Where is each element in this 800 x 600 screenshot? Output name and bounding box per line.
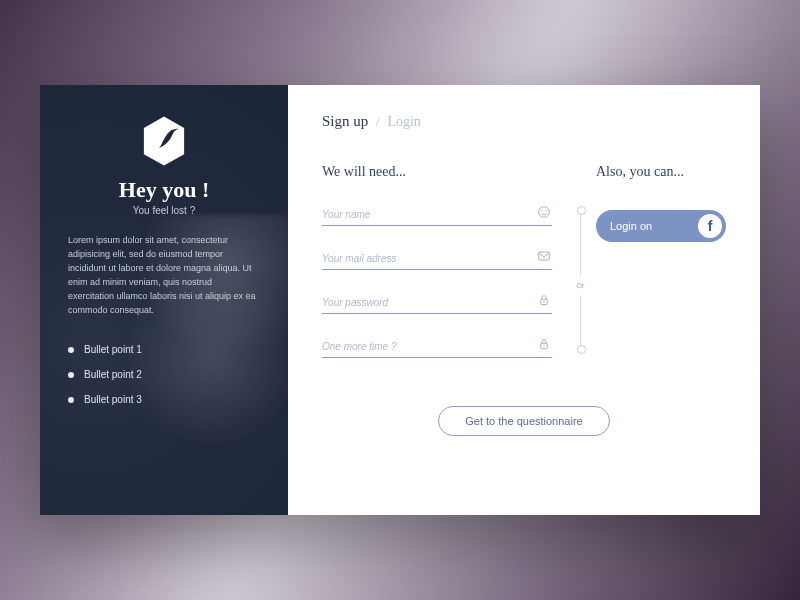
auth-tabs: Sign up / Login — [322, 113, 726, 130]
facebook-icon: f — [698, 214, 722, 238]
password-field-row — [322, 292, 552, 314]
questionnaire-button[interactable]: Get to the questionnaire — [438, 406, 609, 436]
bullet-item: Bullet point 1 — [68, 344, 260, 355]
tab-login[interactable]: Login — [387, 114, 420, 129]
brand-block: Hey you ! You feel lost ? — [68, 113, 260, 216]
envelope-icon — [536, 248, 552, 264]
password-confirm-field-row — [322, 336, 552, 358]
social-button-label: Login on — [610, 220, 652, 232]
name-field-row — [322, 204, 552, 226]
smiley-icon — [536, 204, 552, 220]
tab-separator: / — [376, 114, 380, 129]
email-input[interactable] — [322, 248, 552, 270]
tab-signup[interactable]: Sign up — [322, 113, 368, 129]
hero-panel: Hey you ! You feel lost ? Lorem ipsum do… — [40, 85, 288, 515]
svg-point-6 — [543, 301, 545, 303]
email-field-row — [322, 248, 552, 270]
facebook-login-button[interactable]: Login on f — [596, 210, 726, 242]
hero-subtitle: You feel lost ? — [68, 205, 260, 216]
lock-icon — [536, 336, 552, 352]
hero-title: Hey you ! — [68, 177, 260, 203]
bullet-item: Bullet point 3 — [68, 394, 260, 405]
svg-point-0 — [170, 130, 173, 133]
form-columns: We will need... — [322, 164, 726, 380]
svg-point-1 — [539, 207, 550, 218]
hero-bullets: Bullet point 1 Bullet point 2 Bullet poi… — [68, 344, 260, 405]
svg-point-8 — [543, 345, 545, 347]
cta-row: Get to the questionnaire — [322, 406, 726, 436]
hero-body: Lorem ipsum dolor sit amet, consectetur … — [68, 234, 260, 318]
logo-icon — [136, 113, 192, 169]
signup-form: We will need... — [322, 164, 552, 380]
password-confirm-input[interactable] — [322, 336, 552, 358]
or-label: Or — [571, 276, 590, 295]
signup-card: Hey you ! You feel lost ? Lorem ipsum do… — [40, 85, 760, 515]
svg-point-3 — [545, 210, 546, 211]
lock-icon — [536, 292, 552, 308]
bullet-item: Bullet point 2 — [68, 369, 260, 380]
form-panel: Sign up / Login We will need... — [288, 85, 760, 515]
form-heading: We will need... — [322, 164, 552, 180]
svg-point-2 — [541, 210, 542, 211]
svg-rect-4 — [539, 252, 550, 260]
social-heading: Also, you can... — [596, 164, 726, 180]
name-input[interactable] — [322, 204, 552, 226]
password-input[interactable] — [322, 292, 552, 314]
